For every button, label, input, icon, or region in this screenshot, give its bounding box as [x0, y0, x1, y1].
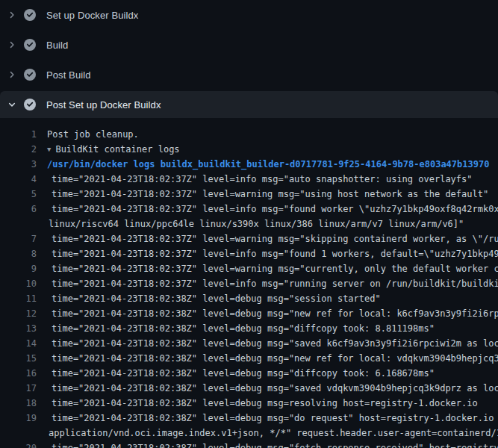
log-line: 9 time="2021-04-23T18:02:37Z" level=warn…	[0, 261, 498, 276]
log-line-text: time="2021-04-23T18:02:38Z" level=debug …	[52, 411, 498, 426]
log-line: 2 ▼BuildKit container logs	[0, 142, 498, 157]
log-line: 18 time="2021-04-23T18:02:38Z" level=deb…	[0, 396, 498, 411]
log-line-number[interactable]: 18	[0, 396, 37, 411]
log-line-text: time="2021-04-23T18:02:38Z" level=debug …	[52, 306, 498, 321]
step-row-build[interactable]: Build	[0, 30, 498, 60]
log-line-text: time="2021-04-23T18:02:38Z" level=debug …	[52, 351, 498, 366]
step-label: Set up Docker Buildx	[46, 10, 138, 21]
log-line-number[interactable]: 10	[0, 276, 37, 291]
check-circle-icon	[24, 69, 36, 81]
log-line: 7 time="2021-04-23T18:02:37Z" level=warn…	[0, 231, 498, 246]
step-row-post-build[interactable]: Post Build	[0, 60, 498, 90]
log-output: 1 Post job cleanup. 2 ▼BuildKit containe…	[0, 118, 498, 448]
command-line-text: /usr/bin/docker logs buildx_buildkit_bui…	[47, 157, 489, 172]
log-line-text: application/vnd.oci.image.index.v1+json,…	[49, 426, 498, 441]
step-row-post-set-up-docker-buildx[interactable]: Post Set up Docker Buildx	[0, 91, 498, 118]
step-label: Build	[46, 40, 68, 51]
log-line-number[interactable]: 20	[0, 441, 37, 448]
log-line-number[interactable]: 8	[0, 246, 37, 261]
chevron-right-icon	[6, 39, 18, 51]
log-line-number[interactable]: 3	[0, 157, 37, 172]
log-line-number[interactable]: 12	[0, 306, 37, 321]
log-line-number[interactable]: 2	[0, 142, 37, 157]
log-line-text: time="2021-04-23T18:02:37Z" level=info m…	[52, 246, 498, 261]
log-line-number[interactable]: 16	[0, 366, 37, 381]
log-line-text: time="2021-04-23T18:02:37Z" level=info m…	[52, 172, 473, 187]
log-line-number[interactable]: 14	[0, 336, 37, 351]
log-line: 5 time="2021-04-23T18:02:37Z" level=warn…	[0, 187, 498, 202]
log-line: 13 time="2021-04-23T18:02:38Z" level=deb…	[0, 321, 498, 336]
log-line-text: time="2021-04-23T18:02:38Z" level=debug …	[52, 366, 435, 381]
chevron-right-icon	[6, 69, 18, 81]
log-line-number[interactable]: 5	[0, 187, 37, 202]
log-line-text: time="2021-04-23T18:02:38Z" level=debug …	[52, 291, 381, 306]
log-line-number[interactable]: 13	[0, 321, 37, 336]
log-line: 20 time="2021-04-23T18:02:38Z" level=deb…	[0, 441, 498, 448]
chevron-right-icon	[6, 9, 18, 21]
log-line-text: time="2021-04-23T18:02:38Z" level=debug …	[52, 336, 498, 351]
step-label: Post Build	[46, 69, 91, 81]
steps-list: Set up Docker Buildx Build Post Build Po…	[0, 0, 498, 118]
log-line: 15 time="2021-04-23T18:02:38Z" level=deb…	[0, 351, 498, 366]
log-line-number	[0, 217, 37, 231]
log-line: 1 Post job cleanup.	[0, 127, 498, 142]
check-circle-icon	[24, 9, 36, 21]
log-line-text: time="2021-04-23T18:02:37Z" level=warnin…	[52, 187, 488, 202]
triangle-down-icon[interactable]: ▼	[47, 142, 51, 157]
log-line: 14 time="2021-04-23T18:02:38Z" level=deb…	[0, 336, 498, 351]
log-line-text: time="2021-04-23T18:02:38Z" level=debug …	[52, 321, 435, 336]
log-line-text: Post job cleanup.	[47, 127, 139, 142]
log-line: 6 time="2021-04-23T18:02:37Z" level=info…	[0, 202, 498, 217]
log-line: 11 time="2021-04-23T18:02:38Z" level=deb…	[0, 291, 498, 306]
workflow-log-panel: Set up Docker Buildx Build Post Build Po…	[0, 0, 498, 448]
log-line-number[interactable]: 19	[0, 411, 37, 426]
chevron-down-icon	[6, 99, 18, 111]
log-line-number[interactable]: 17	[0, 381, 37, 396]
log-line-text: ▼BuildKit container logs	[47, 142, 180, 157]
log-line-number[interactable]: 11	[0, 291, 37, 306]
log-line-text: time="2021-04-23T18:02:37Z" level=warnin…	[52, 261, 498, 276]
log-line: 19 time="2021-04-23T18:02:38Z" level=deb…	[0, 411, 498, 426]
log-line-text: time="2021-04-23T18:02:37Z" level=info m…	[52, 202, 498, 217]
log-line-number[interactable]: 4	[0, 172, 37, 187]
log-line-number[interactable]: 6	[0, 202, 37, 217]
log-line: 4 time="2021-04-23T18:02:37Z" level=info…	[0, 172, 498, 187]
log-line-number	[0, 426, 37, 441]
log-line: linux/riscv64 linux/ppc64le linux/s390x …	[0, 217, 498, 231]
log-line-text: time="2021-04-23T18:02:38Z" level=debug …	[52, 441, 498, 448]
log-line-text: time="2021-04-23T18:02:38Z" level=debug …	[52, 381, 498, 396]
log-line: 16 time="2021-04-23T18:02:38Z" level=deb…	[0, 366, 498, 381]
log-line: 8 time="2021-04-23T18:02:37Z" level=info…	[0, 246, 498, 261]
log-line: 17 time="2021-04-23T18:02:38Z" level=deb…	[0, 381, 498, 396]
log-line: 12 time="2021-04-23T18:02:38Z" level=deb…	[0, 306, 498, 321]
step-row-set-up-docker-buildx[interactable]: Set up Docker Buildx	[0, 0, 498, 30]
log-line-number[interactable]: 1	[0, 127, 37, 142]
log-line-text: time="2021-04-23T18:02:38Z" level=debug …	[52, 396, 478, 411]
log-line: application/vnd.oci.image.index.v1+json,…	[0, 426, 498, 441]
check-circle-icon	[24, 39, 36, 51]
step-label: Post Set up Docker Buildx	[46, 99, 161, 111]
log-line: 3 /usr/bin/docker logs buildx_buildkit_b…	[0, 157, 498, 172]
log-line-number[interactable]: 15	[0, 351, 37, 366]
log-line-number[interactable]: 7	[0, 231, 37, 246]
log-line-text: time="2021-04-23T18:02:37Z" level=info m…	[52, 276, 498, 291]
log-line-text: time="2021-04-23T18:02:37Z" level=warnin…	[52, 231, 498, 246]
log-line-number[interactable]: 9	[0, 261, 37, 276]
log-line-text: linux/riscv64 linux/ppc64le linux/s390x …	[49, 217, 464, 231]
log-line: 10 time="2021-04-23T18:02:37Z" level=inf…	[0, 276, 498, 291]
check-circle-icon	[24, 99, 36, 111]
log-group-label: BuildKit container logs	[55, 144, 179, 155]
